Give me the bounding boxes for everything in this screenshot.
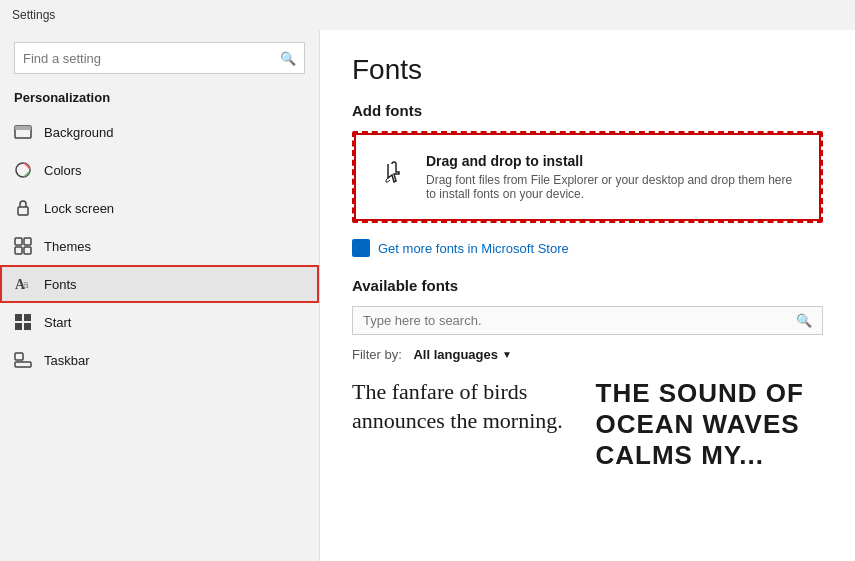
svg-text:a: a [23, 279, 29, 290]
svg-rect-12 [15, 323, 22, 330]
filter-row: Filter by: All languages ▼ [352, 347, 823, 362]
fonts-icon: A a [14, 275, 32, 293]
start-icon [14, 313, 32, 331]
sidebar-item-taskbar[interactable]: Taskbar [0, 341, 319, 379]
svg-rect-14 [15, 362, 31, 367]
sidebar-item-label: Start [44, 315, 71, 330]
title-bar: Settings [0, 0, 855, 30]
svg-rect-6 [15, 247, 22, 254]
store-icon [352, 239, 370, 257]
app-title: Settings [12, 8, 55, 22]
preview-text-serif: The fanfare of birds announces the morni… [352, 379, 563, 433]
cursor-icon [378, 158, 410, 197]
lock-icon [14, 199, 32, 217]
add-fonts-heading: Add fonts [352, 102, 823, 119]
svg-rect-3 [18, 207, 28, 215]
filter-value-text: All languages [413, 347, 498, 362]
drop-zone[interactable]: Drag and drop to install Drag font files… [352, 131, 823, 223]
chevron-down-icon: ▼ [502, 349, 512, 360]
svg-rect-4 [15, 238, 22, 245]
sidebar-item-start[interactable]: Start [0, 303, 319, 341]
taskbar-icon [14, 351, 32, 369]
font-search-box[interactable]: 🔍 [352, 306, 823, 335]
background-icon [14, 123, 32, 141]
search-input[interactable] [23, 51, 280, 66]
main-layout: 🔍 Personalization Background Colors [0, 30, 855, 561]
sidebar-item-label: Colors [44, 163, 82, 178]
font-previews: The fanfare of birds announces the morni… [352, 378, 823, 472]
sidebar-item-lock-screen[interactable]: Lock screen [0, 189, 319, 227]
svg-rect-15 [15, 353, 23, 360]
content-area: Fonts Add fonts Drag and drop to install… [320, 30, 855, 561]
font-preview-serif: The fanfare of birds announces the morni… [352, 378, 580, 472]
font-search-icon: 🔍 [796, 313, 812, 328]
svg-rect-13 [24, 323, 31, 330]
sidebar-item-background[interactable]: Background [0, 113, 319, 151]
sidebar-item-fonts[interactable]: A a Fonts [0, 265, 319, 303]
store-link-text: Get more fonts in Microsoft Store [378, 241, 569, 256]
font-search-input[interactable] [363, 313, 796, 328]
available-fonts-heading: Available fonts [352, 277, 823, 294]
sidebar-item-label: Fonts [44, 277, 77, 292]
svg-rect-5 [24, 238, 31, 245]
svg-rect-10 [15, 314, 22, 321]
preview-text-display: THE SOUND OF OCEAN WAVES CALMS MY... [596, 378, 804, 470]
filter-label: Filter by: [352, 347, 402, 362]
drop-zone-text: Drag and drop to install Drag font files… [426, 153, 797, 201]
colors-icon [14, 161, 32, 179]
sidebar-item-themes[interactable]: Themes [0, 227, 319, 265]
sidebar-item-label: Taskbar [44, 353, 90, 368]
page-title: Fonts [352, 54, 823, 86]
sidebar-item-label: Background [44, 125, 113, 140]
svg-rect-7 [24, 247, 31, 254]
drop-title: Drag and drop to install [426, 153, 797, 169]
sidebar-item-colors[interactable]: Colors [0, 151, 319, 189]
font-preview-display: THE SOUND OF OCEAN WAVES CALMS MY... [596, 378, 824, 472]
sidebar-item-label: Lock screen [44, 201, 114, 216]
filter-value-dropdown[interactable]: All languages ▼ [413, 347, 511, 362]
store-link[interactable]: Get more fonts in Microsoft Store [352, 239, 823, 257]
sidebar-item-label: Themes [44, 239, 91, 254]
themes-icon [14, 237, 32, 255]
drop-desc: Drag font files from File Explorer or yo… [426, 173, 797, 201]
svg-rect-11 [24, 314, 31, 321]
svg-rect-1 [15, 126, 31, 130]
section-label: Personalization [0, 86, 319, 113]
sidebar: 🔍 Personalization Background Colors [0, 30, 320, 561]
search-icon: 🔍 [280, 51, 296, 66]
search-box[interactable]: 🔍 [14, 42, 305, 74]
